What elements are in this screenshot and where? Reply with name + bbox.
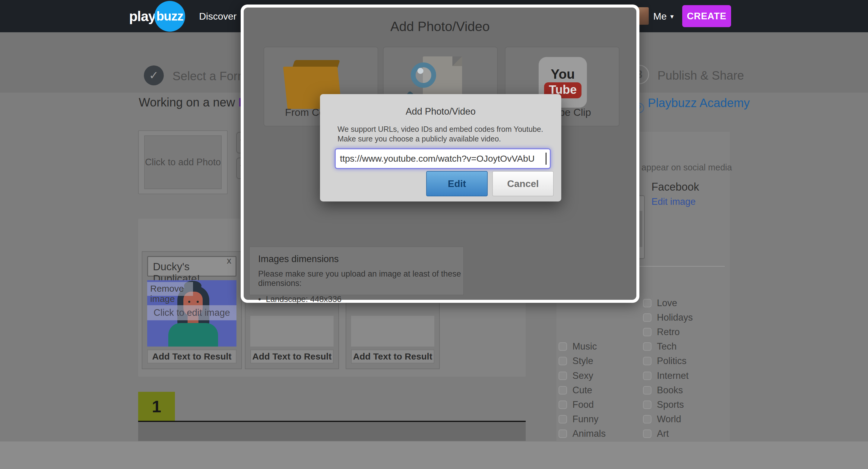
avatar-illustration-eye (188, 301, 190, 303)
playbuzz-logo[interactable]: play buzz (129, 0, 185, 32)
tag-checkbox-animals[interactable]: Animals (559, 428, 606, 440)
close-icon[interactable]: x (227, 255, 231, 266)
image-search-icon (453, 56, 462, 66)
checkbox-icon[interactable] (643, 415, 651, 424)
text-cursor (546, 153, 547, 165)
tag-checkbox-world[interactable]: World (643, 413, 681, 425)
magnifier-glint (417, 68, 424, 74)
youtube-url-dialog: Add Photo/Video We support URLs, video I… (320, 94, 561, 201)
add-photo-dropzone[interactable]: Click to add Photo (144, 135, 222, 189)
add-text-to-result-button[interactable]: Add Text to Result (147, 350, 237, 364)
youtube-icon-you: You (551, 67, 575, 82)
checkbox-icon[interactable] (643, 328, 651, 336)
result-image-placeholder[interactable] (351, 316, 434, 347)
logo-play-text: play (129, 8, 156, 25)
step1-check-icon: ✓ (144, 65, 164, 85)
add-text-to-result-button[interactable]: Add Text to Result (250, 350, 334, 364)
me-label: Me (653, 11, 666, 22)
checkbox-icon[interactable] (643, 342, 651, 351)
modal-title: Add Photo/Video (244, 19, 637, 34)
tag-checkbox-style[interactable]: Style (559, 355, 593, 367)
dimensions-note-bullet: Landscape: 448x336 (258, 295, 463, 304)
footer-bar: Preview You have unsaved changes! Save d… (0, 441, 868, 469)
dimensions-note-title: Images dimensions (258, 254, 463, 264)
result-title-input[interactable]: Ducky's Duplicate! (147, 256, 237, 277)
checkbox-icon[interactable] (559, 372, 567, 380)
tag-checkbox-sports[interactable]: Sports (643, 399, 684, 411)
tag-checkbox-funny[interactable]: Funny (559, 413, 598, 425)
checkbox-icon[interactable] (643, 430, 651, 438)
nav-discover-menu[interactable]: Discover ▾ (199, 11, 244, 22)
dimensions-note-body: Please make sure you upload an image at … (258, 269, 463, 288)
tag-checkbox-music[interactable]: Music (559, 341, 597, 352)
step3-label: Publish & Share (657, 69, 744, 82)
tag-checkbox-holidays[interactable]: Holidays (643, 312, 693, 324)
logo-buzz-text: buzz (156, 9, 183, 24)
checkbox-icon[interactable] (643, 313, 651, 322)
avatar-illustration-eye (197, 301, 199, 303)
tag-checkbox-cute[interactable]: Cute (559, 384, 592, 396)
tag-checkbox-sexy[interactable]: Sexy (559, 370, 593, 382)
avatar-illustration-shirt (168, 323, 218, 347)
tag-label: Style (572, 355, 593, 367)
nav-me-menu[interactable]: Me ▾ (653, 11, 674, 22)
tag-label: Music (572, 341, 597, 352)
result-image-placeholder[interactable] (250, 316, 334, 347)
dialog-help-line2: Make sure you choose a publicly availabl… (338, 134, 501, 143)
cancel-button[interactable]: Cancel (492, 171, 554, 196)
facebook-heading: Facebook (651, 181, 699, 193)
add-text-to-result-button[interactable]: Add Text to Result (351, 350, 434, 364)
checkbox-icon[interactable] (559, 430, 567, 438)
tag-label: Holidays (657, 312, 693, 323)
click-to-edit-image-overlay[interactable]: Click to edit image (147, 305, 237, 320)
dialog-title: Add Photo/Video (320, 106, 561, 117)
tag-label: Retro (657, 326, 680, 338)
image-dimensions-note: Images dimensions Please make sure you u… (249, 246, 464, 295)
tag-label: World (657, 414, 681, 425)
tag-label: Funny (572, 414, 598, 425)
dialog-help-line1: We support URLs, video IDs and embed cod… (338, 125, 543, 134)
checkbox-icon[interactable] (559, 386, 567, 395)
logo-circle: buzz (154, 1, 185, 32)
tag-label: Tech (657, 341, 677, 352)
tag-checkbox-tech[interactable]: Tech (643, 341, 677, 352)
tag-checkbox-food[interactable]: Food (559, 399, 594, 411)
tag-label: Food (572, 399, 594, 410)
playbuzz-academy-link[interactable]: Playbuzz Academy (648, 96, 750, 110)
tag-label: Art (657, 428, 669, 439)
checkbox-icon[interactable] (559, 342, 567, 351)
youtube-url-input[interactable] (335, 148, 551, 169)
tag-checkbox-books[interactable]: Books (643, 384, 683, 396)
chevron-down-icon: ▾ (670, 13, 674, 21)
working-prefix: Working on a new (139, 96, 239, 109)
discover-label: Discover (199, 11, 237, 22)
tag-label: Internet (657, 370, 688, 381)
checkbox-icon[interactable] (643, 401, 651, 409)
tag-label: Cute (572, 385, 592, 396)
tag-label: Books (657, 385, 683, 396)
tag-label: Sexy (572, 370, 593, 381)
tag-checkbox-internet[interactable]: Internet (643, 370, 688, 382)
checkbox-icon[interactable] (643, 357, 651, 365)
create-button[interactable]: CREATE (682, 5, 731, 27)
tag-label: Sports (657, 399, 684, 410)
tag-label: Love (657, 298, 677, 309)
remove-image-button[interactable]: Remove image (147, 282, 193, 296)
tag-label: Animals (572, 428, 606, 439)
checkbox-icon[interactable] (643, 386, 651, 395)
tag-checkbox-politics[interactable]: Politics (643, 355, 686, 367)
tag-label: Politics (657, 355, 686, 367)
checkbox-icon[interactable] (643, 299, 651, 307)
checkbox-icon[interactable] (559, 401, 567, 409)
checkbox-icon[interactable] (559, 415, 567, 424)
tag-checkbox-retro[interactable]: Retro (643, 326, 680, 338)
checkbox-icon[interactable] (643, 372, 651, 380)
social-media-hint: appear on social media (642, 163, 732, 173)
tag-checkbox-art[interactable]: Art (643, 428, 669, 440)
edit-image-link[interactable]: Edit image (651, 196, 695, 207)
question-number-tab[interactable]: 1 (138, 392, 175, 421)
magnifier-icon (411, 62, 436, 88)
checkbox-icon[interactable] (559, 357, 567, 365)
tag-checkbox-love[interactable]: Love (643, 297, 677, 309)
edit-button[interactable]: Edit (426, 171, 488, 196)
